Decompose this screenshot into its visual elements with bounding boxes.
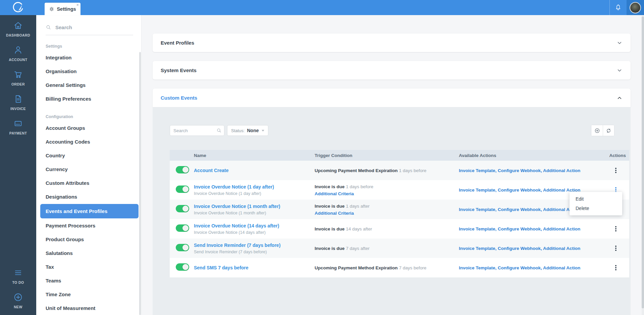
kebab-menu-icon[interactable] [613, 224, 619, 233]
nav-item-payment[interactable]: PAYMENT [9, 118, 27, 135]
toggle-knob [182, 206, 189, 212]
available-actions-links[interactable]: Invoice Template, Configure Webhook, Add… [459, 188, 580, 193]
event-name-link[interactable]: Invoice Overdue Notice (14 days after) [194, 223, 279, 228]
kebab-menu-icon[interactable] [613, 244, 619, 253]
nav-label-todo: TO DO [12, 280, 24, 284]
trigger-detail: 7 days before [399, 265, 427, 270]
col-header-name: Name [194, 153, 315, 158]
refresh-button[interactable] [603, 125, 614, 136]
sidebar-item-country[interactable]: Country [36, 149, 141, 162]
user-menu[interactable] [627, 0, 644, 15]
enable-toggle[interactable] [176, 244, 189, 251]
nav-item-invoice[interactable]: INVOICE [10, 94, 26, 111]
scrollbar-thumb[interactable] [642, 16, 644, 308]
table-row: Send SMS 7 days before Upcoming Payment … [170, 258, 629, 277]
nav-item-account[interactable]: ACCOUNT [9, 45, 27, 62]
accordion-event-profiles[interactable]: Event Profiles [153, 34, 631, 52]
available-actions-links[interactable]: Invoice Template, Configure Webhook, Add… [459, 265, 580, 270]
additional-criteria-link[interactable]: Additional Criteria [315, 211, 354, 216]
context-menu-item-delete[interactable]: Delete [570, 204, 622, 213]
sidebar-item-tax[interactable]: Tax [36, 260, 141, 274]
table-search [170, 125, 224, 136]
add-event-button[interactable] [591, 125, 603, 136]
accordion-custom-events[interactable]: Custom Events [153, 89, 631, 107]
custom-events-toolbar: Status: None [153, 107, 631, 136]
event-name-link[interactable]: Invoice Overdue Notice (1 day after) [194, 184, 274, 190]
context-menu-item-edit[interactable]: Edit [570, 194, 622, 204]
sidebar-item-accounting-codes[interactable]: Accounting Codes [36, 135, 141, 149]
sidebar-item-teams[interactable]: Teams [36, 274, 141, 287]
nav-label-account: ACCOUNT [9, 58, 27, 62]
nav-item-new[interactable]: NEW [13, 292, 23, 309]
additional-criteria-link[interactable]: Additional Criteria [315, 191, 354, 196]
nav-item-todo[interactable]: TO DO [12, 268, 24, 284]
available-actions-links[interactable]: Invoice Template, Configure Webhook, Add… [459, 246, 580, 251]
refresh-icon [606, 128, 611, 134]
sidebar-item-events-and-event-profiles[interactable]: Events and Event Profiles [40, 204, 139, 218]
home-icon [13, 20, 23, 31]
event-name-link[interactable]: Send Invoice Reminder (7 days before) [194, 243, 280, 248]
accordion-system-events[interactable]: System Events [153, 61, 631, 80]
kebab-menu-icon[interactable] [613, 263, 619, 272]
event-name-link[interactable]: Invoice Overdue Notice (1 month after) [194, 204, 280, 209]
nav-item-dashboard[interactable]: DASHBOARD [6, 20, 30, 37]
available-actions-links[interactable]: Invoice Template, Configure Webhook, Add… [459, 207, 580, 212]
table-actions-group [591, 125, 614, 136]
tab-settings-label: Settings [57, 6, 76, 12]
nav-item-order[interactable]: ORDER [11, 69, 25, 86]
trigger-detail: 1 days before [399, 168, 427, 173]
top-header-bar: Settings × [0, 0, 644, 15]
enable-toggle[interactable] [176, 166, 189, 173]
enable-toggle[interactable] [176, 186, 189, 193]
custom-events-body: Status: None [153, 107, 631, 315]
enable-toggle[interactable] [176, 263, 189, 271]
sidebar-item-designations[interactable]: Designations [36, 190, 141, 204]
panel-title-event-profiles: Event Profiles [161, 40, 194, 46]
app-logo[interactable] [0, 0, 36, 15]
list-icon [13, 268, 23, 278]
notifications-button[interactable] [610, 0, 627, 15]
event-subtitle: Invoice Overdue Notice (14 days after) [194, 230, 315, 235]
sidebar-item-unit-of-measurement[interactable]: Unit of Measurement [36, 301, 141, 315]
enable-toggle[interactable] [176, 224, 189, 232]
page-scrollbar[interactable] [642, 15, 644, 315]
toggle-knob [182, 245, 189, 251]
toggle-knob [182, 167, 189, 173]
available-actions-links[interactable]: Invoice Template, Configure Webhook, Add… [459, 226, 580, 231]
chevron-down-icon[interactable] [616, 67, 623, 73]
sidebar-search-input[interactable] [55, 24, 129, 30]
table-header-row: Name Trigger Condition Available Actions… [170, 150, 629, 161]
sidebar-item-currency[interactable]: Currency [36, 162, 141, 176]
sidebar-item-custom-attributes[interactable]: Custom Attributes [36, 176, 141, 190]
tab-close-icon[interactable]: × [76, 3, 79, 7]
event-subtitle: Invoice Overdue Notice (1 day after) [194, 191, 315, 196]
trigger-detail: 7 days after [346, 246, 370, 251]
enable-toggle[interactable] [176, 205, 189, 212]
kebab-menu-icon[interactable] [613, 166, 619, 175]
plus-circle-icon [594, 128, 600, 134]
chevron-down-icon[interactable] [616, 40, 623, 46]
sidebar-item-integration[interactable]: Integration [36, 51, 141, 64]
status-filter-value: None [247, 128, 259, 133]
row-context-menu: Edit Delete [570, 192, 622, 215]
trigger-detail: 1 days before [346, 184, 373, 189]
status-filter-dropdown[interactable]: Status: None [227, 125, 268, 136]
sidebar-item-organisation[interactable]: Organisation [36, 64, 141, 78]
sidebar-scrollbar[interactable] [139, 52, 141, 315]
event-name-link[interactable]: Account Create [194, 168, 228, 173]
sidebar-item-salutations[interactable]: Salutations [36, 246, 141, 260]
primary-nav-rail: DASHBOARD ACCOUNT ORDER INVOICE PAYMENT [0, 15, 36, 315]
event-name-link[interactable]: Send SMS 7 days before [194, 265, 249, 270]
sidebar-item-account-groups[interactable]: Account Groups [36, 121, 141, 135]
caret-down-icon [262, 130, 264, 132]
sidebar-item-billing-preferences[interactable]: Billing Preferences [36, 92, 141, 106]
trigger-condition: Invoice is due [315, 226, 344, 231]
col-header-actions: Actions [602, 153, 629, 158]
tab-settings[interactable]: Settings × [45, 3, 80, 15]
chevron-up-icon[interactable] [616, 95, 623, 101]
sidebar-item-product-groups[interactable]: Product Groups [36, 232, 141, 246]
sidebar-item-payment-processors[interactable]: Payment Processors [36, 219, 141, 232]
sidebar-item-general-settings[interactable]: General Settings [36, 78, 141, 92]
sidebar-item-time-zone[interactable]: Time Zone [36, 287, 141, 301]
available-actions-links[interactable]: Invoice Template, Configure Webhook, Add… [459, 168, 580, 173]
